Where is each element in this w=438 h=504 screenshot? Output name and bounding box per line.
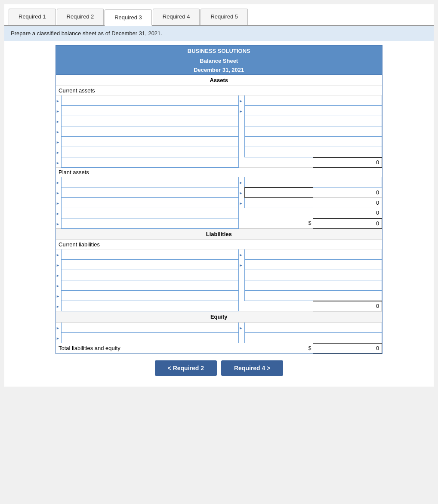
pa-subtotal-1: 0	[376, 190, 379, 196]
arrow-icon: ►	[239, 253, 243, 257]
sheet-date: December 31, 2021	[56, 67, 382, 73]
eq-val-2[interactable]	[245, 333, 312, 343]
ca-name-total[interactable]	[62, 157, 238, 167]
ca-name-1[interactable]	[62, 95, 238, 105]
ca-val1-4[interactable]	[245, 126, 312, 136]
ca-val1-1[interactable]	[245, 95, 312, 105]
arrow-icon: ►	[239, 201, 243, 206]
ca-val2-1[interactable]	[313, 95, 380, 105]
dollar-sign-assets: $	[308, 220, 312, 226]
plant-asset-row-1: ► ►	[56, 177, 382, 187]
arrow-icon: ►	[56, 99, 60, 103]
arrow-icon: ►	[56, 140, 60, 144]
tab-bar: Required 1 Required 2 Required 3 Require…	[4, 4, 434, 26]
cl-val-4[interactable]	[245, 280, 312, 290]
tab-required2[interactable]: Required 2	[57, 9, 104, 25]
pa-name-4[interactable]	[62, 208, 238, 218]
total-liabilities-equity-value: 0	[376, 345, 379, 351]
next-button[interactable]: Required 4 >	[221, 360, 283, 376]
pa-subtotal-2: 0	[376, 200, 379, 206]
total-liabilities-equity-row: Total liabilities and equity $ 0	[56, 343, 382, 353]
arrow-icon: ►	[56, 151, 60, 155]
cl-name-4[interactable]	[62, 280, 238, 290]
eq-name-1[interactable]	[62, 323, 238, 332]
arrow-icon: ►	[56, 130, 60, 134]
cl-name-3[interactable]	[62, 270, 238, 280]
current-liability-row-4: ►	[56, 280, 382, 291]
equity-section: Equity	[56, 311, 382, 323]
dollar-sign-total: $	[308, 345, 312, 351]
tab-required1[interactable]: Required 1	[9, 9, 56, 25]
current-assets-label: Current assets	[59, 87, 95, 94]
arrow-icon: ►	[56, 274, 60, 278]
total-assets-value: 0	[376, 221, 379, 227]
ca-name-4[interactable]	[62, 126, 238, 136]
assets-header: Assets	[210, 77, 228, 83]
current-liability-row-3: ►	[56, 270, 382, 280]
current-liability-row-5: ►	[56, 291, 382, 301]
ca-val1-6[interactable]	[245, 147, 312, 157]
current-asset-row-6: ►	[56, 147, 382, 157]
arrow-icon: ►	[56, 181, 60, 185]
current-asset-row-3: ►	[56, 116, 382, 126]
arrow-icon: ►	[56, 191, 60, 195]
ca-val2-3[interactable]	[313, 116, 380, 126]
ca-val1-2[interactable]	[245, 106, 312, 116]
arrow-icon: ►	[239, 326, 243, 330]
arrow-icon: ►	[56, 294, 60, 298]
ca-val1-3[interactable]	[245, 116, 312, 126]
ca-val2-2[interactable]	[313, 106, 380, 116]
ca-name-5[interactable]	[62, 137, 238, 147]
cl-total-value: 0	[376, 303, 379, 309]
pa-val1-2[interactable]	[245, 190, 312, 196]
cl-val-2[interactable]	[245, 260, 312, 270]
equity-row-2: ►	[56, 333, 382, 343]
pa-val1-3[interactable]	[245, 198, 312, 208]
ca-name-2[interactable]	[62, 106, 238, 116]
pa-name-total[interactable]	[62, 218, 238, 228]
eq-name-2[interactable]	[62, 333, 238, 343]
tab-required4[interactable]: Required 4	[153, 9, 200, 25]
content-area: BUSINESS SOLUTIONS Balance Sheet Decembe…	[4, 41, 434, 387]
arrow-icon: ►	[56, 336, 60, 341]
arrow-icon: ►	[239, 263, 243, 267]
cl-name-1[interactable]	[62, 249, 238, 259]
ca-val1-5[interactable]	[245, 137, 312, 147]
pa-name-1[interactable]	[62, 177, 238, 187]
plant-assets-label: Plant assets	[59, 169, 89, 175]
arrow-icon: ►	[56, 201, 60, 206]
prev-button[interactable]: < Required 2	[155, 360, 217, 376]
current-liability-row-2: ► ►	[56, 260, 382, 270]
cl-name-5[interactable]	[62, 291, 238, 301]
current-asset-row-2: ► ►	[56, 106, 382, 116]
tab-required3[interactable]: Required 3	[105, 9, 152, 26]
arrow-icon: ►	[239, 109, 243, 114]
cl-val-3[interactable]	[245, 270, 312, 280]
pa-val1-1[interactable]	[245, 177, 312, 187]
eq-val-1[interactable]	[245, 323, 312, 332]
plant-asset-row-2: ► ► 0	[56, 187, 382, 198]
liabilities-section: Liabilities	[56, 229, 382, 240]
current-liability-total-row: ► 0	[56, 301, 382, 311]
pa-name-3[interactable]	[62, 198, 238, 208]
company-name: BUSINESS SOLUTIONS	[56, 48, 382, 54]
current-asset-row-4: ►	[56, 126, 382, 137]
current-liabilities-label: Current liabilities	[59, 241, 100, 248]
arrow-icon: ►	[56, 253, 60, 257]
cl-val-5[interactable]	[245, 291, 312, 301]
ca-name-3[interactable]	[62, 116, 238, 126]
cl-name-total[interactable]	[62, 301, 238, 311]
cl-val-1[interactable]	[245, 249, 312, 259]
total-liabilities-equity-label: Total liabilities and equity	[59, 345, 120, 351]
cl-name-2[interactable]	[62, 260, 238, 270]
tab-required5[interactable]: Required 5	[200, 9, 248, 25]
total-assets-row: ► $ 0	[56, 218, 382, 229]
ca-name-6[interactable]	[62, 147, 238, 157]
arrow-icon: ►	[56, 222, 60, 226]
arrow-icon: ►	[239, 191, 243, 195]
arrow-icon: ►	[56, 212, 60, 216]
arrow-icon: ►	[56, 161, 60, 165]
instruction-bar: Prepare a classified balance sheet as of…	[4, 26, 434, 41]
current-asset-total-row: ► 0	[56, 157, 382, 168]
pa-name-2[interactable]	[62, 187, 238, 197]
